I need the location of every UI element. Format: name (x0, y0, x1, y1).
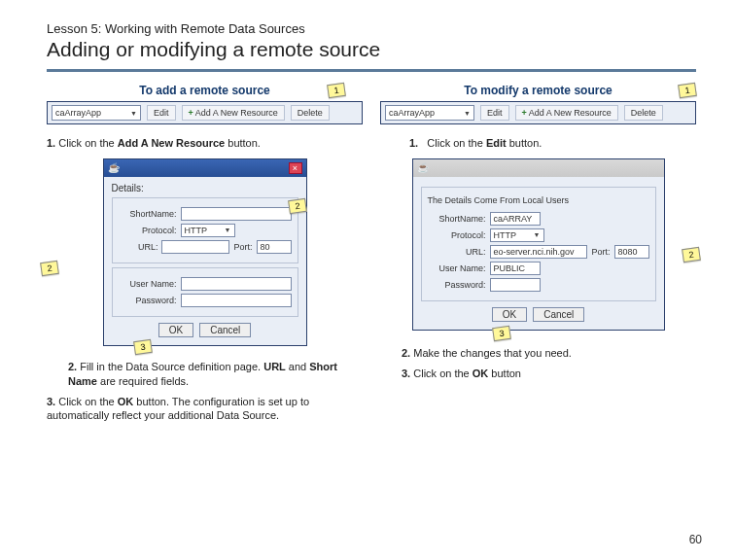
lbl-protocol: Protocol: (119, 226, 177, 235)
details-dialog-left: ☕ × Details: ShortName: Protocol: HTTP▼ … (103, 158, 307, 346)
step-num: 1. (409, 137, 418, 149)
shortname-field[interactable]: caARRAY (490, 212, 541, 226)
url-field[interactable] (161, 240, 229, 254)
lbl-url: URL: (428, 247, 486, 257)
port-field[interactable]: 8080 (614, 245, 649, 259)
java-icon: ☕ (417, 162, 429, 173)
lbl-pass: Password: (428, 280, 486, 290)
toolbar-add-resource-button[interactable]: + Add A New Resource (182, 105, 285, 121)
username-field[interactable] (181, 277, 292, 291)
col-add: To add a remote source 1 caArrayApp ▼ Ed… (47, 84, 363, 429)
toolbar-source-select[interactable]: caArrayApp ▼ (52, 105, 141, 121)
callout-2-left: 2 (288, 198, 307, 214)
toolbar-select-label: caArrayApp (55, 108, 101, 118)
plus-icon: + (522, 108, 527, 118)
title-rule (47, 69, 696, 72)
chevron-down-icon: ▼ (225, 227, 231, 233)
step-num: 2. (402, 347, 410, 359)
protocol-select[interactable]: HTTP▼ (181, 224, 235, 237)
toolbar-add-label: Add A New Resource (195, 108, 278, 118)
step-num: 3. (402, 368, 410, 379)
toolbar-right: caArrayApp ▼ Edit + Add A New Resource D… (380, 101, 696, 124)
step-3-right: 3. Click on the OK button (380, 367, 696, 381)
close-icon[interactable]: × (289, 162, 302, 174)
port-field[interactable]: 80 (257, 240, 292, 254)
protocol-select[interactable]: HTTP▼ (490, 228, 544, 242)
java-icon: ☕ (108, 162, 120, 173)
toolbar-add-label: Add A New Resource (529, 108, 612, 118)
col-modify: To modify a remote source 1 caArrayApp ▼… (380, 84, 696, 429)
url-field[interactable]: eo-server.nci.nih.gov (490, 245, 588, 259)
password-field[interactable] (490, 278, 541, 292)
lbl-url: URL: (119, 242, 158, 252)
chevron-down-icon: ▼ (534, 231, 541, 238)
shortname-field[interactable] (181, 207, 292, 221)
toolbar-add-resource-button[interactable]: + Add A New Resource (515, 105, 618, 121)
password-field[interactable] (181, 294, 292, 307)
step-1-left: 1. Click on the Add A New Resource butto… (47, 136, 363, 151)
lbl-port: Port: (591, 247, 610, 257)
toolbar-left: caArrayApp ▼ Edit + Add A New Resource D… (47, 101, 363, 124)
chevron-down-icon: ▼ (130, 110, 137, 117)
toolbar-delete-button[interactable]: Delete (624, 105, 663, 121)
callout-1-right: 1 (678, 83, 697, 98)
heading-modify: To modify a remote source (464, 84, 612, 97)
lbl-protocol: Protocol: (428, 230, 486, 240)
step-1-right: 1. Click on the Edit button. (380, 136, 696, 151)
chevron-down-icon: ▼ (464, 110, 471, 117)
callout-3-left: 3 (133, 339, 153, 355)
page-number: 60 (689, 533, 702, 546)
heading-add: To add a remote source (139, 84, 269, 97)
dialog-titlebar: ☕ × (104, 159, 306, 177)
toolbar-edit-button[interactable]: Edit (147, 105, 176, 121)
plus-icon: + (189, 108, 193, 118)
dialog-titlebar: ☕ (413, 159, 664, 177)
toolbar-edit-button[interactable]: Edit (480, 105, 509, 121)
ok-button[interactable]: OK (158, 323, 193, 337)
toolbar-select-label: caArrayApp (389, 108, 435, 118)
callout-2-right: 2 (682, 247, 701, 262)
username-field[interactable]: PUBLIC (490, 262, 541, 275)
dialog-section-label: Details: (112, 183, 298, 193)
step-num: 1. (47, 137, 55, 149)
step-3-left: 3. Click on the OK button. The configura… (47, 395, 363, 424)
page-title: Adding or modifying a remote source (47, 38, 696, 61)
lbl-shortname: ShortName: (428, 214, 486, 224)
callout-3-right: 3 (492, 326, 511, 341)
toolbar-source-select[interactable]: caArrayApp ▼ (385, 105, 474, 121)
lbl-user: User Name: (119, 279, 177, 289)
lbl-shortname: ShortName: (119, 209, 177, 219)
callout-1-left: 1 (327, 83, 346, 98)
details-dialog-right: ☕ The Details Come From Local Users Shor… (412, 158, 665, 331)
lbl-pass: Password: (119, 296, 177, 305)
cancel-button[interactable]: Cancel (533, 307, 584, 322)
ok-button[interactable]: OK (492, 307, 527, 322)
cancel-button[interactable]: Cancel (199, 323, 251, 337)
callout-2b-left: 2 (40, 261, 59, 276)
step-2-right: 2. Make the changes that you need. (380, 346, 696, 361)
dialog-group-title: The Details Come From Local Users (428, 193, 649, 209)
toolbar-delete-button[interactable]: Delete (291, 105, 330, 121)
step-num: 2. (68, 361, 77, 372)
lbl-user: User Name: (428, 263, 486, 273)
lesson-label: Lesson 5: Working with Remote Data Sourc… (47, 21, 696, 36)
lbl-port: Port: (233, 242, 252, 252)
step-2-left: 2. Fill in the Data Source definition pa… (47, 360, 363, 389)
step-num: 3. (47, 396, 55, 407)
